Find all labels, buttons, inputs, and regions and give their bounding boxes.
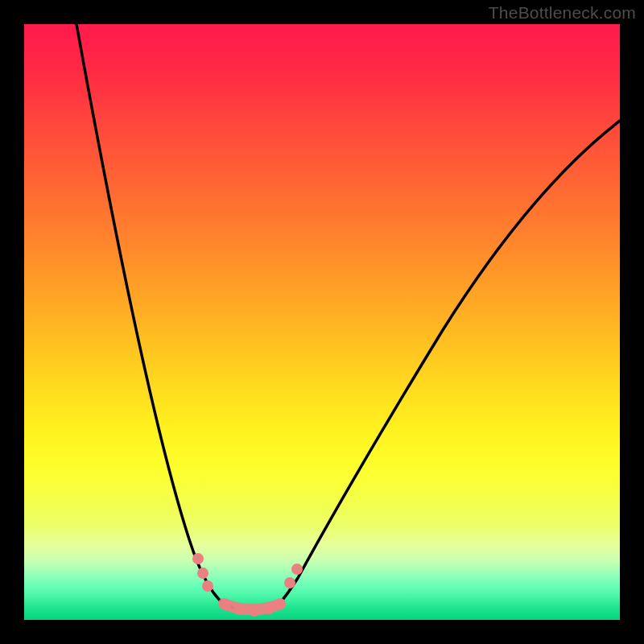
- bead-left-2: [197, 568, 208, 579]
- bead-bottom-1: [220, 599, 231, 610]
- bead-bottom-2: [234, 604, 246, 615]
- bead-left-3: [202, 580, 213, 592]
- bead-right-2: [291, 564, 303, 575]
- curve-right: [279, 121, 620, 605]
- bead-bottom-5: [275, 598, 286, 609]
- bead-bottom-3: [249, 605, 260, 617]
- bead-bottom-4: [263, 603, 275, 614]
- watermark-text: TheBottleneck.com: [489, 3, 636, 23]
- curve-left: [76, 24, 233, 608]
- bottleneck-plot: [24, 24, 620, 620]
- chart-frame: TheBottleneck.com: [0, 0, 644, 644]
- bead-left-1: [192, 553, 204, 564]
- plot-svg: [24, 24, 620, 620]
- bead-right-1: [284, 577, 295, 588]
